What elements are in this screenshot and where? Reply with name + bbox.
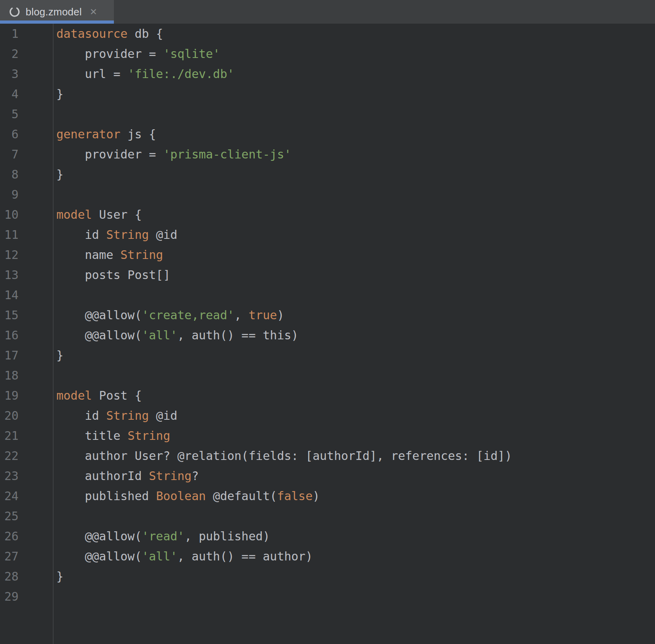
gutter-space: [19, 64, 56, 84]
line-number: 17: [0, 345, 19, 365]
line-number: 9: [0, 184, 19, 205]
gutter-space: [19, 305, 56, 325]
code-line[interactable]: 10model User {: [0, 205, 655, 225]
code-text: published Boolean @default(false): [56, 486, 655, 506]
line-number: 5: [0, 104, 19, 124]
code-line[interactable]: 28}: [0, 566, 655, 586]
code-text: id String @id: [56, 406, 655, 426]
code-line[interactable]: 3 url = 'file:./dev.db': [0, 64, 655, 84]
gutter-space: [19, 205, 56, 225]
gutter-space: [19, 486, 56, 506]
line-number: 27: [0, 546, 19, 566]
tab-title: blog.zmodel: [26, 6, 82, 18]
code-line[interactable]: 24 published Boolean @default(false): [0, 486, 655, 506]
code-line[interactable]: 29: [0, 586, 655, 607]
code-editor[interactable]: 1datasource db {2 provider = 'sqlite'3 u…: [0, 24, 655, 644]
line-number: 12: [0, 245, 19, 265]
line-number: 22: [0, 446, 19, 466]
code-line[interactable]: 23 authorId String?: [0, 466, 655, 486]
code-line[interactable]: 22 author User? @relation(fields: [autho…: [0, 446, 655, 466]
code-line[interactable]: 6generator js {: [0, 124, 655, 144]
code-line[interactable]: 18: [0, 365, 655, 385]
code-line[interactable]: 19model Post {: [0, 385, 655, 406]
code-line[interactable]: 20 id String @id: [0, 406, 655, 426]
line-number: 25: [0, 506, 19, 526]
gutter-space: [19, 24, 56, 44]
line-number: 15: [0, 305, 19, 325]
gutter-space: [19, 124, 56, 144]
code-line[interactable]: 7 provider = 'prisma-client-js': [0, 144, 655, 164]
gutter-space: [19, 546, 56, 566]
code-text: model Post {: [56, 385, 655, 406]
line-number: 2: [0, 44, 19, 64]
code-line[interactable]: 11 id String @id: [0, 225, 655, 245]
gutter-space: [19, 406, 56, 426]
gutter-space: [19, 164, 56, 184]
code-line[interactable]: 26 @@allow('read', published): [0, 526, 655, 546]
code-line[interactable]: 8}: [0, 164, 655, 184]
line-number: 16: [0, 325, 19, 345]
code-text: title String: [56, 426, 655, 446]
gutter-space: [19, 566, 56, 586]
code-line[interactable]: 4}: [0, 84, 655, 104]
gutter-space: [19, 144, 56, 164]
close-icon[interactable]: ✕: [88, 7, 99, 17]
gutter-space: [19, 104, 56, 124]
code-text: @@allow('read', published): [56, 526, 655, 546]
code-text: authorId String?: [56, 466, 655, 486]
code-line[interactable]: 2 provider = 'sqlite': [0, 44, 655, 64]
code-text: provider = 'sqlite': [56, 44, 655, 64]
code-text: [56, 586, 655, 607]
code-line[interactable]: 9: [0, 184, 655, 205]
line-number: 1: [0, 24, 19, 44]
editor-tab-bar: blog.zmodel ✕: [0, 0, 655, 24]
code-line[interactable]: 27 @@allow('all', auth() == author): [0, 546, 655, 566]
code-line[interactable]: 15 @@allow('create,read', true): [0, 305, 655, 325]
line-number: 20: [0, 406, 19, 426]
code-line[interactable]: 12 name String: [0, 245, 655, 265]
line-number: 3: [0, 64, 19, 84]
code-line[interactable]: 13 posts Post[]: [0, 265, 655, 285]
gutter-space: [19, 225, 56, 245]
line-number: 24: [0, 486, 19, 506]
gutter-space: [19, 285, 56, 305]
code-text: @@allow('all', auth() == this): [56, 325, 655, 345]
line-number: 4: [0, 84, 19, 104]
gutter-space: [19, 385, 56, 406]
code-line[interactable]: 1datasource db {: [0, 24, 655, 44]
code-text: author User? @relation(fields: [authorId…: [56, 446, 655, 466]
code-text: [56, 506, 655, 526]
code-text: name String: [56, 245, 655, 265]
code-text: url = 'file:./dev.db': [56, 64, 655, 84]
code-text: posts Post[]: [56, 265, 655, 285]
code-text: model User {: [56, 205, 655, 225]
gutter-space: [19, 325, 56, 345]
line-number: 6: [0, 124, 19, 144]
line-number: 23: [0, 466, 19, 486]
code-text: [56, 285, 655, 305]
line-number: 8: [0, 164, 19, 184]
code-text: provider = 'prisma-client-js': [56, 144, 655, 164]
gutter-space: [19, 184, 56, 205]
code-line[interactable]: 14: [0, 285, 655, 305]
code-line[interactable]: 17}: [0, 345, 655, 365]
code-text: }: [56, 164, 655, 184]
gutter-space: [19, 506, 56, 526]
code-line[interactable]: 25: [0, 506, 655, 526]
line-number: 21: [0, 426, 19, 446]
line-number: 11: [0, 225, 19, 245]
code-line[interactable]: 5: [0, 104, 655, 124]
line-number: 7: [0, 144, 19, 164]
code-text: }: [56, 566, 655, 586]
gutter-space: [19, 84, 56, 104]
code-text: generator js {: [56, 124, 655, 144]
gutter-space: [19, 526, 56, 546]
gutter-space: [19, 446, 56, 466]
code-line[interactable]: 21 title String: [0, 426, 655, 446]
code-line[interactable]: 16 @@allow('all', auth() == this): [0, 325, 655, 345]
gutter-space: [19, 365, 56, 385]
line-number: 29: [0, 586, 19, 607]
code-text: [56, 104, 655, 124]
gutter-space: [19, 44, 56, 64]
tab-blog-zmodel[interactable]: blog.zmodel ✕: [0, 0, 114, 24]
